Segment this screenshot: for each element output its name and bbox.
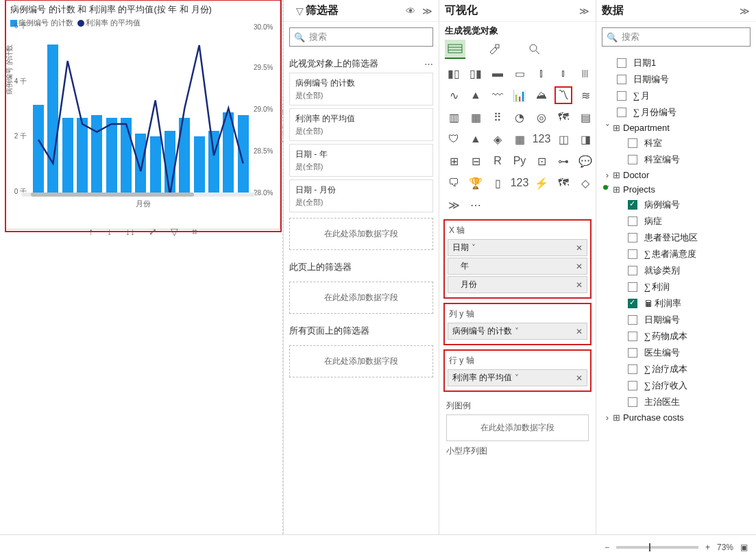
- collapse-icon[interactable]: ≫: [578, 5, 590, 16]
- filter-card[interactable]: 日期 - 年是(全部): [289, 144, 433, 177]
- chevron-down-icon[interactable]: ˅: [472, 243, 476, 253]
- viz-tab-build[interactable]: [445, 40, 465, 59]
- field-药物成本[interactable]: ∑药物成本: [598, 328, 755, 345]
- x-axis-well[interactable]: X 轴 日期˅✕ 年✕ 月份✕: [443, 219, 592, 299]
- viz-type-icon[interactable]: ⊟: [467, 152, 485, 170]
- checkbox[interactable]: [628, 381, 637, 390]
- checkbox[interactable]: [628, 233, 637, 243]
- drill-up-icon[interactable]: ↑: [88, 226, 93, 237]
- chart-horizontal-scroll[interactable]: [21, 192, 255, 197]
- zoom-out-button[interactable]: −: [605, 543, 609, 552]
- checkbox[interactable]: [628, 155, 637, 164]
- checkbox[interactable]: [628, 266, 637, 275]
- checkbox[interactable]: [628, 315, 637, 325]
- collapse-icon[interactable]: ≫: [738, 5, 751, 16]
- field-病例编号[interactable]: 病例编号: [598, 197, 755, 213]
- field-利润[interactable]: ∑利润: [598, 279, 755, 295]
- viz-type-icon[interactable]: ▤: [576, 108, 594, 126]
- well-item-date[interactable]: 日期˅✕: [448, 239, 587, 256]
- remove-icon[interactable]: ✕: [576, 327, 583, 336]
- checkbox[interactable]: [628, 299, 637, 308]
- field-治疗成本[interactable]: ∑治疗成本: [598, 361, 755, 377]
- field-月份编号[interactable]: ∑月份编号: [598, 104, 755, 121]
- caret-icon[interactable]: ˅: [603, 123, 611, 133]
- drill-down-icon[interactable]: ↓: [107, 226, 112, 237]
- checkbox[interactable]: [628, 282, 637, 292]
- field-病症[interactable]: 病症: [598, 213, 755, 229]
- viz-type-icon[interactable]: R: [489, 152, 507, 170]
- viz-type-icon[interactable]: 123: [511, 174, 528, 192]
- checkbox[interactable]: [628, 364, 637, 374]
- viz-type-icon[interactable]: ⫿: [533, 64, 550, 82]
- viz-type-icon[interactable]: ◇: [576, 174, 594, 192]
- data-search[interactable]: 🔍 搜索: [602, 27, 751, 47]
- filter-card[interactable]: 病例编号 的计数是(全部): [289, 73, 433, 105]
- viz-type-icon[interactable]: ◈: [489, 130, 507, 148]
- field-利润率[interactable]: 🖩利润率: [598, 295, 755, 312]
- column-y-well[interactable]: 列 y 轴 病例编号 的计数˅✕: [443, 303, 592, 345]
- viz-type-icon[interactable]: 📊: [511, 86, 528, 104]
- viz-type-icon[interactable]: 💬: [576, 152, 594, 170]
- well-item-year[interactable]: 年✕: [448, 258, 587, 275]
- well-item-avg[interactable]: 利润率 的平均值˅✕: [448, 369, 587, 386]
- viz-type-icon[interactable]: ⫾: [554, 64, 572, 82]
- viz-type-icon[interactable]: ◨: [576, 130, 594, 148]
- viz-type-icon[interactable]: 123: [533, 130, 550, 148]
- collapse-icon[interactable]: ≫: [421, 5, 433, 16]
- viz-type-icon[interactable]: ⊶: [554, 152, 572, 170]
- eye-icon[interactable]: 👁: [404, 5, 417, 16]
- viz-type-icon[interactable]: ▭: [511, 64, 528, 82]
- fit-page-icon[interactable]: ▣: [740, 543, 748, 552]
- viz-type-icon[interactable]: ≫: [445, 196, 463, 214]
- scroll-thumb[interactable]: [31, 192, 195, 197]
- viz-type-icon[interactable]: 〰: [489, 86, 507, 104]
- viz-type-icon[interactable]: ▲: [467, 130, 485, 148]
- add-filter-all[interactable]: 在此处添加数据字段: [289, 345, 433, 377]
- legend-well-add[interactable]: 在此处添加数据字段: [446, 414, 589, 441]
- viz-type-icon[interactable]: ▥: [445, 108, 463, 126]
- report-canvas[interactable]: 病例编号 的计数 和 利润率 的平均值(按 年 和 月份) 病例编号 的计数 利…: [0, 0, 283, 534]
- viz-type-icon[interactable]: ⚡: [533, 174, 550, 192]
- zoom-in-button[interactable]: +: [705, 543, 710, 552]
- viz-type-icon[interactable]: ⊡: [533, 152, 550, 170]
- viz-type-icon[interactable]: ≋: [576, 86, 594, 104]
- checkbox[interactable]: [617, 58, 626, 68]
- zoom-slider[interactable]: [616, 546, 698, 549]
- viz-type-icon[interactable]: Py: [511, 152, 528, 170]
- viz-tab-analytics[interactable]: [524, 40, 545, 59]
- more-icon[interactable]: ⋯: [424, 59, 433, 69]
- viz-type-icon[interactable]: ▯▮: [467, 64, 485, 82]
- viz-type-icon[interactable]: ⛰: [533, 86, 550, 104]
- field-治疗收入[interactable]: ∑治疗收入: [598, 377, 755, 394]
- table-Doctor[interactable]: ›⊞Doctor: [598, 168, 755, 182]
- line-y-well[interactable]: 行 y 轴 利润率 的平均值˅✕: [443, 349, 592, 392]
- table-Projects[interactable]: ˅⊞Projects: [598, 182, 755, 197]
- checkbox[interactable]: [628, 249, 637, 259]
- add-filter-page[interactable]: 在此处添加数据字段: [289, 282, 433, 314]
- remove-icon[interactable]: ✕: [576, 280, 583, 290]
- checkbox[interactable]: [628, 397, 637, 407]
- viz-type-icon[interactable]: ⊞: [445, 152, 463, 170]
- viz-type-icon[interactable]: ◫: [554, 130, 572, 148]
- chevron-down-icon[interactable]: ˅: [515, 327, 519, 336]
- viz-type-icon[interactable]: 🗺: [554, 174, 572, 192]
- filter-card[interactable]: 日期 - 月份是(全部): [289, 179, 433, 212]
- viz-type-icon[interactable]: ◔: [511, 108, 528, 126]
- viz-type-icon[interactable]: ⋯: [467, 196, 485, 214]
- viz-tab-format[interactable]: [485, 40, 505, 59]
- viz-type-icon[interactable]: ▬: [489, 64, 507, 82]
- viz-type-icon[interactable]: 〽: [554, 86, 572, 104]
- field-患者满意度[interactable]: ∑患者满意度: [598, 246, 755, 262]
- filter-card[interactable]: 利润率 的平均值是(全部): [289, 108, 433, 141]
- checkbox[interactable]: [617, 75, 626, 84]
- filter-search[interactable]: 🔍 搜索: [289, 27, 433, 47]
- viz-type-icon[interactable]: 🗺: [554, 108, 572, 126]
- remove-icon[interactable]: ✕: [576, 373, 583, 383]
- viz-type-icon[interactable]: ⠿: [489, 108, 507, 126]
- field-患者登记地区[interactable]: 患者登记地区: [598, 229, 755, 246]
- drill-all-icon[interactable]: ↓↓: [125, 226, 135, 237]
- viz-type-icon[interactable]: ▯: [489, 174, 507, 192]
- field-月[interactable]: ∑月: [598, 88, 755, 104]
- field-医生编号[interactable]: 医生编号: [598, 345, 755, 361]
- table-Purchase costs[interactable]: ›⊞Purchase costs: [598, 410, 755, 425]
